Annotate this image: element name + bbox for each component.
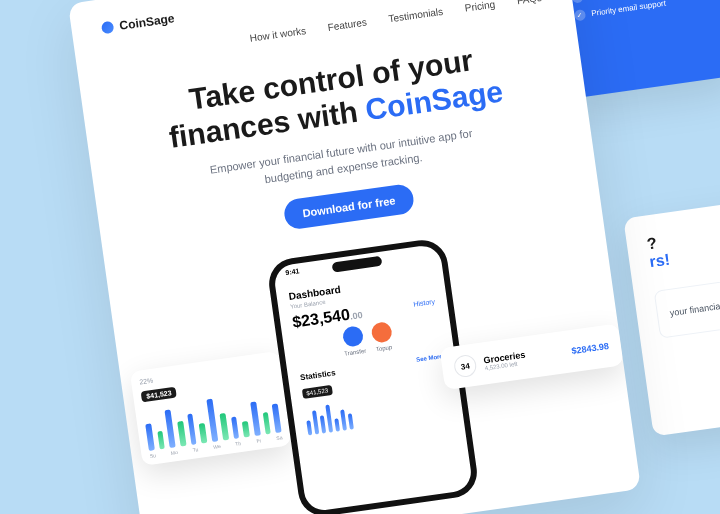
stats-badge: $41,523 bbox=[141, 387, 177, 403]
groceries-amount: $2843.98 bbox=[571, 341, 610, 356]
hero-card: CoinSage How it works Features Testimoni… bbox=[68, 0, 641, 514]
nav-how-it-works[interactable]: How it works bbox=[249, 25, 307, 44]
groceries-icon: 34 bbox=[453, 354, 478, 379]
topup-button[interactable]: Topup bbox=[371, 321, 395, 353]
nav-pricing[interactable]: Pricing bbox=[464, 0, 496, 14]
download-button[interactable]: Download for free bbox=[283, 183, 415, 231]
stats-widget: 22% $41,523 Su Mo Tu We Th F bbox=[130, 351, 292, 466]
transfer-button[interactable]: Transfer bbox=[341, 325, 367, 357]
check-icon: ✓ bbox=[574, 9, 586, 21]
groceries-widget: 34 Groceries 4,523.00 left $2843.98 bbox=[440, 323, 624, 390]
logo-icon bbox=[101, 21, 115, 35]
nav-testimonials[interactable]: Testimonials bbox=[388, 6, 444, 25]
see-more-link[interactable]: See More bbox=[416, 353, 443, 363]
faq-card: ?rs! your financial way to better − bbox=[623, 180, 720, 437]
nav-faqs[interactable]: FAQs bbox=[516, 0, 542, 6]
check-icon: ✓ bbox=[571, 0, 583, 4]
faq-item[interactable]: your financial way to better − bbox=[654, 258, 720, 339]
nav-features[interactable]: Features bbox=[327, 16, 368, 32]
